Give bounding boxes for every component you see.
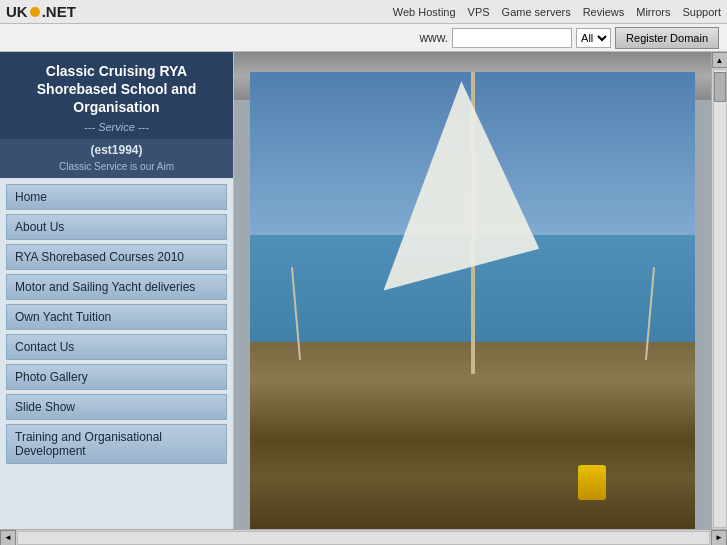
register-domain-button[interactable]: Register Domain <box>615 27 719 49</box>
sidebar-item-tuition[interactable]: Own Yacht Tuition <box>6 304 227 330</box>
domain-bar: www. All Register Domain <box>0 24 727 52</box>
nav-menu: HomeAbout UsRYA Shorebased Courses 2010M… <box>0 178 233 545</box>
nav-game-servers[interactable]: Game servers <box>502 6 571 18</box>
horizontal-scrollbar[interactable]: ◄ ► <box>0 529 727 545</box>
logo-uk: UK <box>6 3 28 20</box>
www-label: www. <box>419 31 448 45</box>
domain-input[interactable] <box>452 28 572 48</box>
logo-net: .NET <box>42 3 76 20</box>
nav-web-hosting[interactable]: Web Hosting <box>393 6 456 18</box>
nav-vps[interactable]: VPS <box>468 6 490 18</box>
nav-reviews[interactable]: Reviews <box>583 6 625 18</box>
nav-mirrors[interactable]: Mirrors <box>636 6 670 18</box>
hscroll-track <box>17 531 710 545</box>
content-area <box>234 52 711 545</box>
logo-dot-icon <box>30 7 40 17</box>
sidebar-item-rya-courses[interactable]: RYA Shorebased Courses 2010 <box>6 244 227 270</box>
nav-support[interactable]: Support <box>682 6 721 18</box>
sidebar-item-about-us[interactable]: About Us <box>6 214 227 240</box>
sidebar-item-training[interactable]: Training and Organisational Development <box>6 424 227 464</box>
sidebar: Classic Cruising RYA Shorebased School a… <box>0 52 234 545</box>
site-tagline: Classic Service is our Aim <box>0 161 233 178</box>
hscroll-right-arrow[interactable]: ► <box>711 530 727 546</box>
sidebar-item-deliveries[interactable]: Motor and Sailing Yacht deliveries <box>6 274 227 300</box>
logo-area: UK .NET <box>6 3 76 20</box>
boat-image <box>250 72 695 537</box>
yellow-object <box>578 465 606 500</box>
site-title: Classic Cruising RYA Shorebased School a… <box>8 62 225 117</box>
top-nav: Web Hosting VPS Game servers Reviews Mir… <box>393 6 721 18</box>
top-bar: UK .NET Web Hosting VPS Game servers Rev… <box>0 0 727 24</box>
site-title-box: Classic Cruising RYA Shorebased School a… <box>0 52 233 121</box>
sidebar-item-contact[interactable]: Contact Us <box>6 334 227 360</box>
sidebar-item-home[interactable]: Home <box>6 184 227 210</box>
scroll-track[interactable] <box>713 69 727 528</box>
site-est: (est1994) <box>0 139 233 161</box>
main-layout: Classic Cruising RYA Shorebased School a… <box>0 52 727 545</box>
scrollbar[interactable]: ▲ ▼ <box>711 52 727 545</box>
scroll-thumb[interactable] <box>714 72 726 102</box>
site-subtitle: --- Service --- <box>0 121 233 139</box>
scroll-up-arrow[interactable]: ▲ <box>712 52 728 68</box>
hscroll-left-arrow[interactable]: ◄ <box>0 530 16 546</box>
sidebar-item-slideshow[interactable]: Slide Show <box>6 394 227 420</box>
domain-extension-select[interactable]: All <box>576 28 611 48</box>
boat-scene <box>250 72 695 537</box>
sidebar-item-gallery[interactable]: Photo Gallery <box>6 364 227 390</box>
